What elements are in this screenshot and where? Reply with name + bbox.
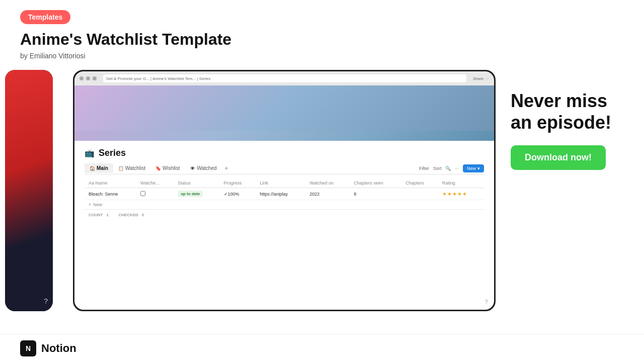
col-progress: Progress bbox=[220, 178, 256, 188]
status-badge: up to date bbox=[178, 191, 203, 197]
tab-main[interactable]: 🏠 Main bbox=[85, 163, 113, 173]
checked-label: CHECKED bbox=[119, 213, 139, 217]
download-button[interactable]: Download now! bbox=[511, 145, 606, 170]
cell-name: Bleach: Senne bbox=[85, 188, 136, 200]
col-status: Status bbox=[174, 178, 219, 188]
notion-logo-icon: N bbox=[20, 340, 36, 356]
table-header-row: Aa Name Watche... Status Progress Link W… bbox=[85, 178, 484, 188]
browser-dot-3 bbox=[93, 76, 97, 80]
plus-icon: + bbox=[89, 202, 91, 207]
notion-logo: N Notion bbox=[20, 340, 76, 356]
wishlist-tab-icon: 🔖 bbox=[155, 166, 161, 171]
phone-screen bbox=[5, 70, 53, 311]
right-promo-panel: Never miss an episode! Download now! bbox=[496, 70, 644, 190]
cell-link[interactable]: https://aniplay bbox=[256, 188, 305, 200]
count-value: 1 bbox=[106, 213, 108, 217]
promo-title-line1: Never miss bbox=[511, 90, 607, 111]
new-row-label: New bbox=[93, 202, 102, 207]
add-tab-button[interactable]: + bbox=[222, 164, 231, 173]
tablet-hero-image bbox=[74, 85, 494, 141]
watched-tab-icon: 👁️ bbox=[190, 166, 195, 171]
main-content: ? Get & Promote your G... | Anime's Watc… bbox=[0, 65, 644, 311]
promo-title-line2: an episode! bbox=[511, 112, 611, 133]
phone-mockup: ? bbox=[5, 70, 53, 311]
watched-checkbox[interactable] bbox=[140, 191, 145, 196]
notion-tabs-bar: 🏠 Main 📋 Watchlist 🔖 Wishlist 👁️ Watched bbox=[85, 163, 484, 174]
checked-stat: CHECKED 0 bbox=[119, 213, 144, 217]
col-chapters-seen: Chapters seen bbox=[350, 178, 401, 188]
browser-bar: Get & Promote your G... | Anime's Watchl… bbox=[74, 71, 494, 85]
tab-wishlist[interactable]: 🔖 Wishlist bbox=[150, 163, 185, 173]
table-actions: Filter Sort 🔍 ··· New ▾ bbox=[419, 164, 484, 172]
promo-title: Never miss an episode! bbox=[511, 90, 611, 133]
cell-progress: ✓100% bbox=[220, 188, 256, 200]
rating-stars: ★★★★★ bbox=[442, 191, 467, 197]
new-button[interactable]: New ▾ bbox=[463, 164, 484, 172]
notion-series-title: Series bbox=[99, 148, 126, 158]
new-button-chevron: ▾ bbox=[477, 166, 480, 171]
tab-wishlist-label: Wishlist bbox=[163, 165, 180, 171]
cell-chapters bbox=[401, 188, 438, 200]
browser-dot-2 bbox=[86, 76, 90, 80]
tab-watched[interactable]: 👁️ Watched bbox=[185, 163, 221, 173]
tablet-question-mark: ? bbox=[485, 299, 488, 306]
col-chapters: Chapters bbox=[401, 178, 438, 188]
cell-status: up to date bbox=[174, 188, 219, 200]
page-footer: N Notion bbox=[0, 334, 644, 362]
tab-watchlist[interactable]: 📋 Watchlist bbox=[113, 163, 150, 173]
series-table: Aa Name Watche... Status Progress Link W… bbox=[85, 178, 484, 200]
page-title: Anime's Watchlist Template bbox=[20, 30, 624, 49]
count-stat: COUNT 1 bbox=[89, 213, 109, 217]
page-emoji-icon: 📺 bbox=[85, 148, 95, 158]
tablet-inner: Get & Promote your G... | Anime's Watchl… bbox=[74, 71, 494, 310]
tab-main-label: Main bbox=[97, 165, 108, 171]
notion-logo-text: Notion bbox=[41, 342, 76, 355]
browser-url: Get & Promote your G... | Anime's Watchl… bbox=[103, 74, 466, 82]
templates-badge[interactable]: Templates bbox=[20, 10, 70, 24]
more-btn[interactable]: ··· bbox=[486, 76, 489, 81]
sort-button[interactable]: Sort bbox=[433, 166, 442, 171]
col-watched: Watche... bbox=[136, 178, 174, 188]
notion-page-title-row: 📺 Series bbox=[85, 148, 484, 158]
col-rating: Rating bbox=[438, 178, 484, 188]
page-header: Templates Anime's Watchlist Template by … bbox=[0, 0, 644, 65]
new-button-label: New bbox=[467, 166, 476, 171]
browser-dot-1 bbox=[79, 76, 84, 80]
cell-watched-on: 2022 bbox=[305, 188, 350, 200]
table-footer: COUNT 1 CHECKED 0 bbox=[85, 209, 484, 220]
cell-chapters-seen: 8 bbox=[350, 188, 401, 200]
checked-value: 0 bbox=[142, 213, 144, 217]
col-watched-on: Watched on bbox=[305, 178, 350, 188]
add-new-row[interactable]: + New bbox=[85, 200, 484, 209]
count-label: COUNT bbox=[89, 213, 103, 217]
phone-question-mark: ? bbox=[44, 297, 48, 305]
page-subtitle: by Emiliano Vittoriosi bbox=[20, 52, 624, 60]
more-options-icon[interactable]: ··· bbox=[455, 166, 459, 171]
cell-rating: ★★★★★ bbox=[438, 188, 484, 200]
tab-watched-label: Watched bbox=[197, 165, 216, 171]
col-name: Aa Name bbox=[85, 178, 136, 188]
cell-watched bbox=[136, 188, 174, 200]
share-btn[interactable]: Share bbox=[473, 76, 484, 81]
tab-watchlist-label: Watchlist bbox=[125, 165, 145, 171]
table-row[interactable]: Bleach: Senne up to date ✓100% https://a… bbox=[85, 188, 484, 200]
filter-button[interactable]: Filter bbox=[419, 166, 429, 171]
search-icon[interactable]: 🔍 bbox=[445, 166, 451, 171]
browser-actions: Share ··· bbox=[473, 76, 489, 81]
watchlist-tab-icon: 📋 bbox=[118, 166, 124, 171]
tablet-mockup: Get & Promote your G... | Anime's Watchl… bbox=[73, 70, 496, 311]
notion-page-content: 📺 Series 🏠 Main 📋 Watchlist 🔖 W bbox=[74, 141, 494, 310]
main-tab-icon: 🏠 bbox=[90, 166, 95, 171]
col-link: Link bbox=[256, 178, 305, 188]
